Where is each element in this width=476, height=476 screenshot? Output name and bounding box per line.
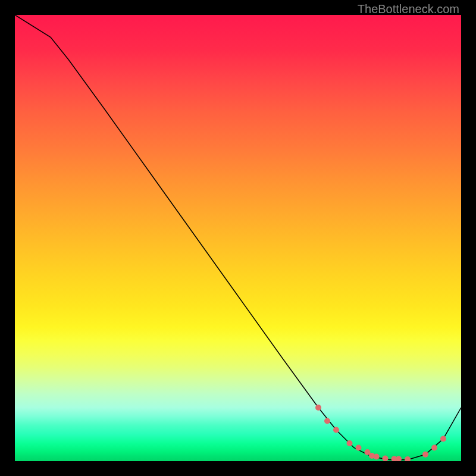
curve-markers	[315, 405, 446, 461]
svg-point-12	[422, 452, 428, 458]
chart-svg	[15, 15, 461, 461]
svg-point-4	[356, 445, 362, 451]
svg-point-13	[431, 445, 437, 451]
svg-point-2	[333, 427, 339, 433]
svg-point-10	[396, 456, 402, 461]
svg-point-0	[315, 405, 321, 411]
svg-point-3	[347, 440, 353, 446]
svg-point-11	[405, 456, 411, 461]
svg-point-14	[440, 436, 446, 442]
chart-container: TheBottleneck.com	[0, 0, 476, 476]
curve-line	[15, 15, 461, 460]
watermark-text: TheBottleneck.com	[358, 2, 459, 16]
svg-point-8	[383, 456, 389, 462]
svg-point-1	[324, 418, 330, 424]
svg-point-7	[374, 454, 380, 460]
